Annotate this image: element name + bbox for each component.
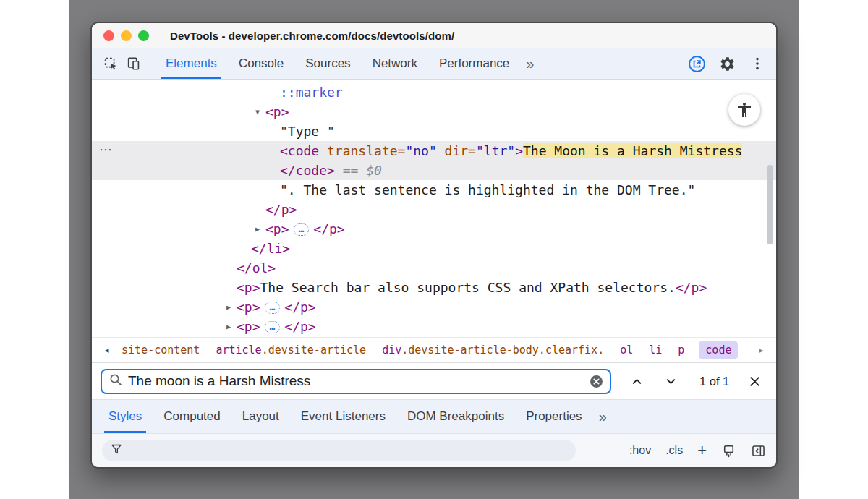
collapse-node-icon[interactable]: ▼ bbox=[251, 102, 264, 121]
breadcrumb-item[interactable]: li bbox=[647, 341, 663, 359]
dom-token-attr: translate= bbox=[319, 143, 405, 158]
breadcrumb-class: .devsite-article bbox=[262, 344, 367, 357]
devtools-window: DevTools - developer.chrome.com/docs/dev… bbox=[90, 22, 778, 469]
breadcrumb-item[interactable]: site-content bbox=[120, 341, 201, 359]
tab-properties[interactable]: Properties bbox=[515, 400, 592, 433]
accessibility-button[interactable] bbox=[728, 94, 760, 126]
close-search-icon[interactable] bbox=[748, 375, 762, 388]
tab-layout[interactable]: Layout bbox=[231, 400, 290, 433]
breadcrumb: ◂ site-contentarticle.devsite-articlediv… bbox=[92, 337, 776, 362]
search-input[interactable] bbox=[128, 373, 590, 389]
styles-filter-field[interactable] bbox=[102, 440, 576, 461]
dom-token-val: "no" bbox=[405, 143, 436, 158]
breadcrumb-item[interactable]: p bbox=[676, 341, 686, 359]
dom-tree-row[interactable]: ::marker bbox=[92, 82, 776, 102]
dom-token-tag: </p> bbox=[265, 202, 297, 217]
search-bar: 1 of 1 bbox=[92, 362, 776, 399]
tab-performance[interactable]: Performance bbox=[428, 48, 520, 79]
dom-tree-lines: ::marker▼<p>"Type "⋯<code translate="no"… bbox=[92, 82, 776, 336]
clear-search-icon[interactable] bbox=[590, 375, 603, 388]
styles-toolbar-actions: :hov .cls + bbox=[629, 443, 766, 459]
dom-token-tag: <p> bbox=[265, 104, 289, 119]
dom-tree-row[interactable]: ⋯<code translate="no" dir="ltr">The Moon… bbox=[92, 141, 776, 161]
dom-token-tag: <p> bbox=[265, 221, 289, 236]
dom-token-text: ". The last sentence is highlighted in t… bbox=[280, 182, 695, 197]
dom-tree-row[interactable]: ▶<p>…</p> bbox=[92, 297, 776, 317]
dom-token-dollar: $0 bbox=[366, 163, 382, 178]
dom-token-tag: </p> bbox=[313, 221, 344, 236]
node-options-icon[interactable]: ⋯ bbox=[99, 141, 112, 159]
zoom-window-button[interactable] bbox=[138, 30, 149, 41]
breadcrumb-scroll-left-icon[interactable]: ◂ bbox=[101, 344, 113, 357]
more-menu-icon[interactable] bbox=[746, 52, 769, 75]
dom-tree-row[interactable]: <p>The Search bar also supports CSS and … bbox=[92, 278, 776, 297]
more-tabs-icon[interactable]: » bbox=[526, 56, 534, 71]
tab-network[interactable]: Network bbox=[362, 48, 428, 79]
dom-token-tag: <p> bbox=[237, 319, 260, 334]
tab-styles[interactable]: Styles bbox=[98, 400, 153, 433]
breadcrumb-scroll-right-icon[interactable]: ▸ bbox=[755, 344, 767, 357]
sidebar-toggle-icon[interactable] bbox=[751, 443, 766, 459]
search-icon bbox=[109, 372, 123, 390]
breadcrumb-item[interactable]: article.devsite-article bbox=[214, 341, 367, 359]
dom-tree-row[interactable]: </code> == $0 bbox=[92, 161, 776, 180]
inspect-element-icon[interactable] bbox=[99, 52, 122, 75]
elements-dom-tree: ::marker▼<p>"Type "⋯<code translate="no"… bbox=[92, 80, 776, 337]
dom-token-tag: </p> bbox=[676, 280, 707, 295]
expand-node-icon[interactable]: ▶ bbox=[222, 317, 235, 336]
dom-tree-row[interactable]: ▶<p>…</p> bbox=[92, 317, 776, 336]
dom-tree-row[interactable]: "Type " bbox=[92, 121, 776, 141]
collapsed-content-icon[interactable]: … bbox=[265, 321, 281, 333]
collapsed-content-icon[interactable]: … bbox=[265, 302, 281, 314]
dom-tree-row[interactable]: ▼<p> bbox=[92, 102, 776, 121]
dom-token-tag: </p> bbox=[284, 299, 315, 315]
dom-token-tag: <p> bbox=[237, 280, 260, 295]
styles-filter-input[interactable] bbox=[129, 445, 568, 457]
sidebar-tabs: StylesComputedLayoutEvent ListenersDOM B… bbox=[98, 400, 593, 433]
breadcrumb-tag: p bbox=[678, 344, 684, 357]
vertical-scrollbar[interactable] bbox=[767, 165, 773, 244]
dom-token-tag: <p> bbox=[237, 299, 260, 315]
dom-tree-row[interactable]: ▶<p>…</p> bbox=[92, 219, 776, 239]
tab-event-listeners[interactable]: Event Listeners bbox=[290, 400, 396, 433]
previous-match-icon[interactable] bbox=[627, 372, 647, 391]
tab-computed[interactable]: Computed bbox=[153, 400, 231, 433]
window-title: DevTools - developer.chrome.com/docs/dev… bbox=[170, 30, 454, 42]
next-match-icon[interactable] bbox=[661, 372, 681, 391]
expand-node-icon[interactable]: ▶ bbox=[251, 219, 264, 239]
open-in-window-icon[interactable] bbox=[685, 52, 708, 75]
dom-token-tag: </ol> bbox=[237, 260, 276, 276]
breadcrumb-tag: article bbox=[216, 344, 261, 357]
dom-token-tag: </code> bbox=[280, 163, 335, 178]
plug-icon[interactable] bbox=[721, 443, 736, 459]
more-sidebar-tabs-icon[interactable]: » bbox=[599, 409, 607, 424]
device-toolbar-icon[interactable] bbox=[122, 52, 145, 75]
sidebar-tab-strip: StylesComputedLayoutEvent ListenersDOM B… bbox=[92, 399, 776, 433]
dom-tree-row[interactable]: </p> bbox=[92, 200, 776, 219]
dom-tree-row[interactable]: </ol> bbox=[92, 258, 776, 278]
settings-gear-icon[interactable] bbox=[715, 52, 739, 75]
dom-token-text: The Search bar also supports CSS and XPa… bbox=[260, 280, 676, 295]
breadcrumb-tag: code bbox=[705, 344, 731, 357]
new-style-rule-button[interactable]: + bbox=[697, 443, 707, 459]
breadcrumb-tag: li bbox=[649, 344, 662, 357]
expand-node-icon[interactable]: ▶ bbox=[222, 297, 235, 317]
minimize-window-button[interactable] bbox=[121, 30, 132, 41]
collapsed-content-icon[interactable]: … bbox=[294, 223, 310, 236]
dom-tree-row[interactable]: ". The last sentence is highlighted in t… bbox=[92, 180, 776, 200]
tab-console[interactable]: Console bbox=[228, 48, 294, 79]
tab-dom-breakpoints[interactable]: DOM Breakpoints bbox=[396, 400, 515, 433]
search-field[interactable] bbox=[101, 369, 611, 394]
dom-token-val: "ltr" bbox=[476, 143, 515, 158]
breadcrumb-item[interactable]: div.devsite-article-body.clearfix. bbox=[380, 341, 605, 359]
toggle-element-state-button[interactable]: :hov bbox=[629, 444, 651, 457]
tab-elements[interactable]: Elements bbox=[155, 48, 228, 79]
breadcrumb-item-selected[interactable]: code bbox=[699, 341, 738, 359]
toggle-classes-button[interactable]: .cls bbox=[665, 444, 683, 457]
styles-toolbar: :hov .cls + bbox=[92, 433, 776, 467]
breadcrumb-item[interactable]: ol bbox=[618, 341, 634, 359]
dom-tree-row[interactable]: </li> bbox=[92, 239, 776, 258]
tab-sources[interactable]: Sources bbox=[294, 48, 361, 79]
breadcrumb-tag: div bbox=[382, 344, 401, 357]
close-window-button[interactable] bbox=[103, 30, 114, 41]
